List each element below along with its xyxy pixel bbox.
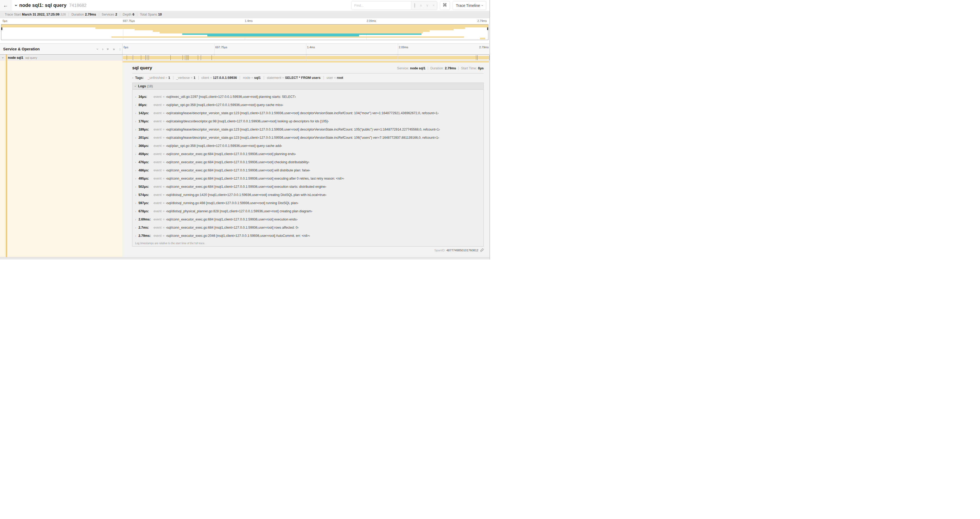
span-id-value: 4877749850101760812 (446, 249, 479, 252)
log-key: event (154, 111, 162, 115)
minimap-span-bar (111, 37, 464, 38)
tags-label[interactable]: Tags: (135, 76, 143, 80)
equals-sign: = (163, 226, 164, 229)
log-value: ‹sql/conn_executor_exec.go:684 [nsql1,cl… (166, 226, 299, 230)
minimap-span-bar (480, 38, 485, 39)
keyboard-shortcuts-button[interactable] (440, 1, 450, 10)
log-expand-chevron-icon: › (135, 169, 136, 172)
log-key: event (154, 177, 162, 180)
equals-sign: = (163, 103, 164, 107)
detail-span-bar[interactable] (123, 61, 489, 62)
log-row[interactable]: ›176μs:event=‹sql/catalog/descs/descript… (132, 117, 484, 125)
equals-sign: = (163, 120, 164, 123)
log-row[interactable]: ›597μs:event=‹sql/distsql_running.go:498… (132, 199, 484, 207)
find-input[interactable] (352, 1, 411, 10)
timeline-header-row: Service & Operation ››»» || 0μs697.75μs1… (0, 43, 490, 54)
log-row[interactable]: ›678μs:event=‹sql/distsql_physical_plann… (132, 207, 484, 215)
tag-item: node=sql1 (240, 76, 264, 80)
log-timestamp: 2.79ms: (138, 234, 152, 238)
log-value: ‹sql/plan_opt.go:358 [nsql1,client=127.0… (166, 103, 283, 107)
log-row[interactable]: ›142μs:event=‹sql/catalog/lease/descript… (132, 109, 484, 117)
timeline-gridline (214, 54, 215, 61)
trace-collapse-chevron-icon[interactable]: › (14, 5, 19, 6)
link-icon[interactable] (480, 248, 484, 252)
log-value: ‹sql/conn_executor_exec.go:684 [nsql1,cl… (166, 217, 298, 221)
log-marker (145, 55, 146, 60)
clear-find-icon[interactable]: × (432, 3, 436, 7)
view-selector-button[interactable]: Trace Timeline › (453, 1, 486, 10)
span-collapse-chevron-icon[interactable]: › (1, 57, 5, 58)
log-key: event (154, 169, 162, 172)
column-resizer-handle[interactable]: || (119, 48, 121, 51)
log-row[interactable]: ›2.69ms:event=‹sql/conn_executor_exec.go… (132, 215, 484, 224)
minimap-time-labels: 0μs697.75μs1.4ms2.09ms2.79ms (1, 18, 488, 24)
log-marker (127, 55, 127, 60)
log-marker (147, 55, 147, 60)
timeline-gridline (214, 44, 215, 54)
log-row[interactable]: ›189μs:event=‹sql/catalog/lease/descript… (132, 125, 484, 133)
span-detail-row: sql query Service:node sql1Duration:2.79… (0, 61, 490, 257)
span-detail-title: sql query (132, 65, 152, 71)
log-value: ‹sql/distsql_physical_planner.go:828 [ns… (166, 209, 312, 213)
log-marker (141, 55, 141, 60)
tags-row: › Tags: _unfinished=1_verbose=1client=12… (132, 76, 484, 80)
prev-match-icon[interactable]: ∧ (419, 3, 423, 7)
log-row[interactable]: ›2.79ms:event=‹sql/conn_executor_exec.go… (132, 232, 484, 240)
trace-id: 7418682 (69, 3, 86, 8)
locate-icon[interactable] (413, 3, 417, 7)
collapse-one-icon[interactable]: › (96, 48, 100, 50)
equals-sign: = (163, 218, 164, 221)
log-timestamp: 495μs: (138, 177, 152, 180)
log-row[interactable]: ›486μs:event=‹sql/conn_executor_exec.go:… (132, 166, 484, 174)
log-marker (170, 55, 171, 60)
log-row[interactable]: ›34μs:event=‹sql/exec_util.go:2297 [nsql… (132, 93, 484, 101)
log-timestamp: 34μs: (138, 95, 152, 99)
expand-all-icon[interactable]: » (113, 47, 115, 51)
log-expand-chevron-icon: › (135, 218, 136, 221)
span-row-name-cell[interactable]: › node sql1 sql query (0, 54, 123, 61)
service-color-stripe (6, 54, 7, 61)
logs-header[interactable]: › Logs (18) (132, 83, 484, 89)
minimap-time-label: 2.79ms (477, 19, 487, 22)
equals-sign: = (163, 177, 164, 180)
window-bottom-edge (0, 257, 490, 260)
log-key: event (154, 209, 162, 213)
log-row[interactable]: ›495μs:event=‹sql/conn_executor_exec.go:… (132, 174, 484, 182)
logs-section: › Logs (18) ›34μs:event=‹sql/exec_util.g… (132, 83, 484, 247)
log-row[interactable]: ›476μs:event=‹sql/conn_executor_exec.go:… (132, 158, 484, 166)
log-row[interactable]: ›574μs:event=‹sql/distsql_running.go:142… (132, 191, 484, 199)
service-color-stripe (6, 61, 7, 257)
timeline-tick-label: 2.79ms (479, 46, 489, 49)
log-row[interactable]: ›2.7ms:event=‹sql/conn_executor_exec.go:… (132, 224, 484, 232)
equals-sign: = (163, 193, 164, 196)
next-match-icon[interactable]: ∨ (425, 3, 429, 7)
top-header: ← › node sql1: sql query 7418682 ∧ ∨ × (0, 0, 490, 11)
log-row[interactable]: ›80μs:event=‹sql/plan_opt.go:358 [nsql1,… (132, 101, 484, 109)
log-marker (183, 55, 183, 60)
timeline-ticks-header: 0μs697.75μs1.4ms2.09ms2.79ms (123, 44, 490, 54)
log-expand-chevron-icon: › (135, 128, 136, 131)
trace-summary-suffix: .326 (59, 13, 66, 16)
log-value: ‹sql/conn_executor_exec.go:684 [nsql1,cl… (166, 169, 310, 172)
log-key: event (154, 160, 162, 164)
logs-footer-note: Log timestamps are relative to the start… (132, 240, 484, 246)
timeline-tick-label: 0μs (124, 46, 128, 49)
log-expand-chevron-icon: › (135, 144, 136, 147)
log-row[interactable]: ›366μs:event=‹sql/plan_opt.go:358 [nsql1… (132, 142, 484, 150)
log-row[interactable]: ›459μs:event=‹sql/conn_executor_exec.go:… (132, 150, 484, 158)
tags-expand-chevron-icon[interactable]: › (132, 76, 133, 80)
log-key: event (154, 217, 162, 221)
log-row[interactable]: ›201μs:event=‹sql/catalog/lease/descript… (132, 133, 484, 142)
minimap-canvas[interactable] (1, 24, 488, 40)
timeline-tick-label: 2.09ms (399, 46, 408, 49)
span-detail-meta-item: Service:node sql1 (395, 67, 428, 70)
expand-one-icon[interactable]: › (102, 47, 103, 51)
back-button[interactable]: ← (0, 0, 11, 11)
trace-timeline-page: ← › node sql1: sql query 7418682 ∧ ∨ × (0, 0, 490, 260)
trace-summary-item: Trace StartMarch 31 2022, 17:25:09.326 (2, 13, 69, 16)
logs-collapse-chevron-icon: › (134, 86, 137, 87)
log-row[interactable]: ›502μs:event=‹sql/conn_executor_exec.go:… (132, 182, 484, 191)
log-expand-chevron-icon: › (135, 152, 136, 156)
collapse-all-icon[interactable]: » (106, 48, 110, 50)
tag-item: _verbose=1 (173, 76, 199, 80)
